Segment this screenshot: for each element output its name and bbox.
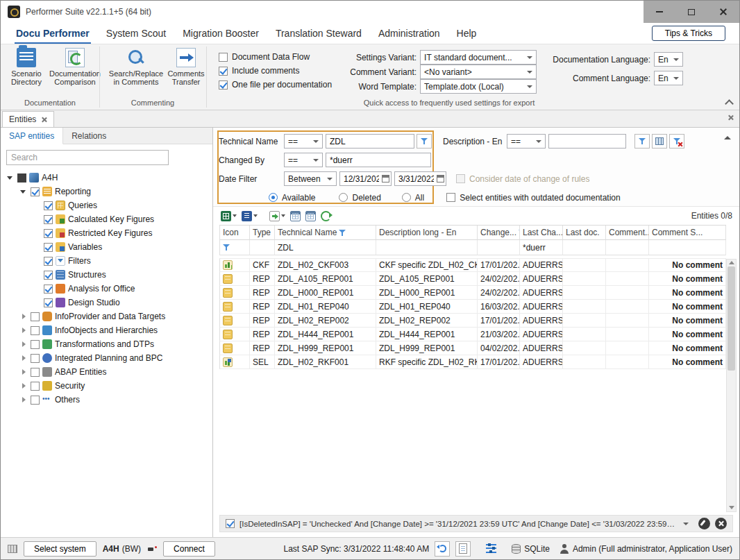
filter-settings-icon[interactable]: [486, 544, 496, 553]
select-system-button[interactable]: Select system: [24, 541, 96, 557]
date-operator-dropdown[interactable]: Between: [284, 171, 337, 186]
radio-button[interactable]: [339, 193, 348, 202]
tree-checkbox[interactable]: [31, 326, 40, 335]
expander-icon[interactable]: [19, 396, 28, 404]
filter-cell[interactable]: [478, 240, 520, 255]
expander-icon[interactable]: [19, 326, 28, 334]
changed-by-filter-input[interactable]: [326, 153, 431, 167]
filter-editor-button[interactable]: [652, 134, 667, 149]
filter-row-icon-cell[interactable]: [219, 240, 250, 255]
table-row[interactable]: REP ZDL_H999_REP001 ZDL_H999_REP001 04/0…: [219, 341, 726, 355]
table-row[interactable]: REP ZDL_H000_REP001 ZDL_H000_REP001 24/0…: [219, 286, 726, 300]
table-row[interactable]: REP ZDL_H02_REP002 ZDL_H02_REP002 17/01/…: [219, 314, 726, 328]
column-header-comment[interactable]: Comment...: [606, 226, 649, 240]
chevron-down-icon[interactable]: [253, 214, 258, 217]
tree-checkbox[interactable]: [44, 298, 53, 307]
menu-translation-steward[interactable]: Translation Steward: [267, 24, 370, 42]
tree-checkbox[interactable]: [31, 396, 40, 405]
menu-help[interactable]: Help: [448, 24, 485, 42]
log-button[interactable]: [455, 541, 471, 557]
column-header-comment-status[interactable]: Comment S...: [649, 226, 726, 240]
expander-icon[interactable]: [19, 368, 28, 376]
expander-icon[interactable]: [19, 354, 28, 362]
comment-language-dropdown[interactable]: En: [654, 71, 683, 85]
tree-checkbox[interactable]: [31, 354, 40, 363]
checkbox-box[interactable]: [446, 193, 455, 202]
checkbox-box[interactable]: [219, 67, 228, 76]
tree-item-queries[interactable]: Queries: [1, 198, 212, 212]
date-from-field[interactable]: [339, 171, 392, 186]
tree-checkbox[interactable]: [31, 312, 40, 321]
radio-deleted[interactable]: Deleted: [339, 193, 380, 203]
tree-item-analysis-for-office[interactable]: Analysis for Office: [1, 282, 212, 296]
documentation-comparison-button[interactable]: Documentation Comparison: [49, 46, 101, 99]
one-file-per-documentation-checkbox[interactable]: One file per documentation: [219, 80, 332, 90]
radio-all[interactable]: All: [402, 193, 424, 203]
column-header-icon[interactable]: Icon: [219, 226, 250, 240]
tree-item-design-studio[interactable]: Design Studio: [1, 296, 212, 309]
tree-item-reporting[interactable]: Reporting: [1, 185, 212, 198]
comment-variant-dropdown[interactable]: <No variant>: [420, 65, 537, 79]
expander-icon[interactable]: [19, 382, 28, 390]
radio-button[interactable]: [269, 193, 278, 202]
tree-item-security[interactable]: Security: [1, 379, 212, 393]
layout-button[interactable]: [289, 209, 302, 223]
technical-name-filter-input[interactable]: [326, 134, 414, 149]
filter-cell[interactable]: [606, 240, 649, 255]
tab-relations[interactable]: Relations: [63, 128, 115, 144]
active-filter-icon[interactable]: [339, 229, 346, 237]
radio-button[interactable]: [402, 193, 411, 202]
collapse-ribbon-icon[interactable]: [725, 99, 734, 108]
tree-item-filters[interactable]: Filters: [1, 254, 212, 268]
sync-button[interactable]: [435, 541, 450, 557]
chevron-down-icon[interactable]: [281, 214, 285, 217]
tree-checkbox[interactable]: [44, 201, 53, 210]
export-word-button[interactable]: [240, 209, 259, 223]
description-operator-dropdown[interactable]: ==: [507, 134, 546, 149]
filter-cell[interactable]: [563, 240, 606, 255]
date-to-field[interactable]: [394, 171, 446, 186]
checkbox-box[interactable]: [219, 53, 228, 62]
apply-filter-button[interactable]: [417, 134, 432, 149]
tree-item-variables[interactable]: Variables: [1, 240, 212, 254]
filter-cell-last-changed[interactable]: *duerr: [520, 240, 563, 255]
settings-variant-dropdown[interactable]: IT standard document...: [420, 50, 537, 65]
technical-name-operator-dropdown[interactable]: ==: [284, 134, 323, 149]
tree-search-input[interactable]: [6, 150, 169, 165]
filter-button[interactable]: [634, 134, 650, 149]
filter-enabled-checkbox[interactable]: [226, 519, 235, 528]
vertical-scrollbar[interactable]: [726, 259, 737, 512]
search-replace-comments-button[interactable]: Search/Replace in Comments: [109, 46, 163, 99]
description-filter-input[interactable]: [548, 134, 626, 149]
radio-available[interactable]: Available: [269, 193, 315, 203]
filter-cell-technical-name[interactable]: ZDL: [275, 240, 376, 255]
table-row[interactable]: CKF ZDL_H02_CKF003 CKF specific ZDL_H02_…: [219, 258, 726, 272]
scroll-up-icon[interactable]: [729, 261, 734, 264]
tree-checkbox[interactable]: [44, 257, 53, 266]
clear-filter-bar-button[interactable]: [715, 518, 727, 529]
column-header-description[interactable]: Description long - En: [376, 226, 478, 240]
tree-checkbox[interactable]: [17, 173, 26, 183]
menu-administration[interactable]: Administration: [370, 24, 448, 42]
menu-migration-booster[interactable]: Migration Booster: [174, 24, 267, 42]
menu-system-scout[interactable]: System Scout: [98, 24, 174, 42]
documentation-language-dropdown[interactable]: En: [654, 52, 683, 67]
filter-cell[interactable]: [376, 240, 478, 255]
maximize-button[interactable]: [675, 1, 707, 23]
connect-button[interactable]: Connect: [163, 541, 215, 557]
tree-checkbox[interactable]: [31, 368, 40, 377]
comments-transfer-button[interactable]: Comments Transfer: [163, 46, 209, 99]
tree-checkbox[interactable]: [31, 187, 40, 196]
tips-and-tricks-button[interactable]: Tips & Tricks: [652, 26, 725, 41]
word-template-dropdown[interactable]: Template.dotx (Local): [420, 79, 537, 94]
tree-checkbox[interactable]: [31, 340, 40, 349]
filter-cell[interactable]: [250, 240, 275, 255]
panel-close-icon[interactable]: [728, 114, 734, 121]
expander-icon[interactable]: [6, 173, 15, 182]
refresh-button[interactable]: [319, 209, 333, 223]
tab-close-icon[interactable]: [41, 117, 47, 123]
tree-checkbox[interactable]: [44, 215, 53, 224]
tree-checkbox[interactable]: [31, 382, 40, 391]
scrollbar-thumb[interactable]: [728, 266, 735, 371]
export-excel-button[interactable]: [219, 209, 238, 223]
